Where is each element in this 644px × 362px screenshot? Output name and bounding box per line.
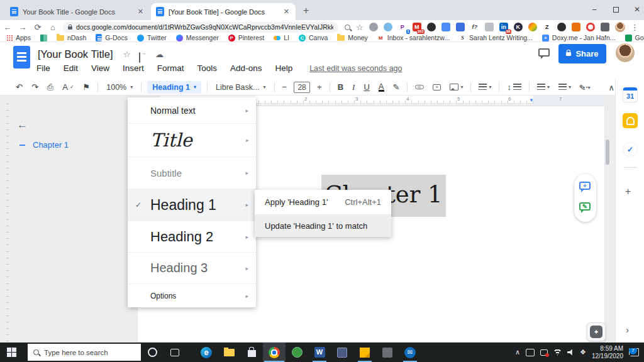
edge-button[interactable]: e	[195, 343, 218, 362]
increase-font-icon[interactable]: +	[317, 82, 322, 92]
insert-comment-icon[interactable]: +	[433, 84, 441, 90]
volume-icon[interactable]	[567, 349, 574, 356]
wifi-icon[interactable]	[553, 349, 562, 356]
forward-icon[interactable]: →	[15, 23, 30, 32]
paint-format-icon[interactable]: ⚑	[83, 82, 91, 92]
redo-icon[interactable]: ↷	[31, 82, 38, 92]
tray-expand-icon[interactable]: ∧	[515, 348, 520, 356]
last-edit-link[interactable]: Last edit was seconds ago	[309, 64, 402, 73]
grey-app-button[interactable]	[376, 343, 399, 362]
menu-addons[interactable]: Add-ons	[230, 63, 262, 73]
start-button[interactable]	[0, 343, 28, 362]
styles-select[interactable]: Heading 1▾	[147, 81, 201, 94]
bookmark-star-icon[interactable]: ☆	[356, 23, 364, 32]
action-center-icon[interactable]: 7	[629, 348, 639, 356]
bold-icon[interactable]: B	[338, 82, 343, 92]
menu-edit[interactable]: Edit	[64, 63, 78, 73]
keep-icon[interactable]	[623, 113, 638, 128]
cortana-button[interactable]	[141, 343, 164, 362]
tray-alert-icon[interactable]	[540, 349, 548, 356]
bookmark-doxy[interactable]: +Doxy.me - Jan Hafn...	[542, 34, 616, 41]
bookmark-ndash[interactable]: nDash	[57, 34, 86, 41]
move-folder-icon[interactable]	[139, 52, 140, 63]
tab-inactive[interactable]: Your Book Title - Google Docs ✕	[5, 3, 150, 20]
heart-extension-icon[interactable]	[528, 23, 537, 31]
outline-heading-link[interactable]: Chapter 1	[33, 140, 69, 150]
extensions-puzzle-icon[interactable]	[601, 23, 609, 31]
menu-view[interactable]: View	[91, 63, 109, 73]
pen-extension-icon[interactable]	[441, 23, 450, 31]
collapse-toolbar-icon[interactable]: ∧	[608, 83, 614, 92]
tab-close-icon[interactable]: ✕	[136, 8, 145, 16]
add-addon-icon[interactable]: +	[625, 186, 631, 197]
underline-icon[interactable]: U	[364, 82, 369, 92]
task-view-button[interactable]	[164, 343, 186, 362]
chrome-button[interactable]	[263, 343, 286, 362]
sticky-notes-button[interactable]	[353, 343, 376, 362]
document-title[interactable]: [Your Book Title]	[38, 48, 113, 60]
bookmark-inbox[interactable]: MInbox - sarahlentzw...	[377, 34, 450, 41]
text-color-icon[interactable]: A	[379, 83, 384, 92]
browser-menu-icon[interactable]: ⋮	[631, 23, 639, 32]
linkedin-extension-icon[interactable]: in86	[499, 23, 508, 31]
menu-item-title[interactable]: Title ▸	[128, 124, 256, 157]
store-button[interactable]	[240, 343, 263, 362]
home-icon[interactable]: ⌂	[45, 23, 60, 32]
reload-icon[interactable]: ⟳	[30, 23, 45, 32]
menu-item-normal-text[interactable]: Normal text ▸	[128, 97, 256, 124]
share-button[interactable]: Share	[558, 44, 606, 63]
undo-icon[interactable]: ↶	[16, 82, 23, 92]
grid-extension-icon[interactable]	[456, 23, 465, 31]
insert-link-icon[interactable]	[415, 85, 424, 89]
mail-button[interactable]: ✉	[399, 343, 421, 362]
menu-help[interactable]: Help	[275, 63, 292, 73]
bookmark-apps[interactable]: Apps	[6, 34, 31, 41]
decrease-font-icon[interactable]: −	[282, 82, 287, 92]
dark-extension-icon-2[interactable]	[557, 23, 566, 31]
spellcheck-icon[interactable]: A✓	[62, 82, 74, 92]
print-icon[interactable]: ⎙	[47, 82, 53, 92]
indent-marker-icon[interactable]: ▼	[529, 97, 534, 103]
bookmark-pinterest[interactable]: PPinterest	[228, 34, 264, 41]
scrollbar-thumb[interactable]	[606, 140, 609, 165]
cloud-status-icon[interactable]: ☁	[155, 50, 164, 59]
function-extension-icon[interactable]: f?	[470, 23, 479, 31]
gmail-extension-icon[interactable]: M353	[413, 23, 421, 31]
editing-mode-icon[interactable]: ✎▾	[579, 83, 591, 92]
menu-tools[interactable]: Tools	[197, 63, 218, 73]
menu-item-heading-2[interactable]: Heading 2 ▸	[128, 221, 256, 253]
tasks-icon[interactable]	[623, 142, 638, 157]
photos-app-button[interactable]	[331, 343, 353, 362]
opera-extension-icon[interactable]	[586, 23, 595, 31]
bookmark-canva[interactable]: CCanva	[299, 34, 328, 41]
zoom-select[interactable]: 100%▾	[101, 81, 138, 94]
back-icon[interactable]: ←	[0, 23, 15, 32]
taskbar-search-input[interactable]: Type here to search	[28, 344, 141, 361]
green-app-button[interactable]	[286, 343, 308, 362]
apply-heading-1-item[interactable]: Apply 'Heading 1' Ctrl+Alt+1	[255, 190, 391, 214]
suggest-edits-icon[interactable]: ✎	[579, 202, 591, 211]
taskbar-clock[interactable]: 8:59 AM 12/19/2020	[592, 345, 623, 360]
bookmark-teal[interactable]	[40, 35, 47, 41]
url-input[interactable]: docs.google.com/document/d/1tRWrbZGwGs9q…	[63, 22, 338, 33]
tray-app-icon[interactable]	[526, 349, 535, 356]
file-explorer-button[interactable]	[218, 343, 240, 362]
align-icon[interactable]: ▾	[479, 84, 491, 90]
star-icon[interactable]: ☆	[123, 50, 131, 59]
insert-image-icon[interactable]: ▾	[450, 84, 463, 90]
bookmark-money[interactable]: Money	[337, 34, 368, 41]
line-spacing-icon[interactable]: ↕	[507, 82, 521, 92]
italic-icon[interactable]: I	[352, 82, 355, 92]
account-avatar[interactable]	[616, 43, 635, 62]
menu-format[interactable]: Format	[157, 63, 184, 73]
bookmark-sarah[interactable]: SSarah Lentz Writing...	[459, 34, 533, 41]
show-side-panel-icon[interactable]: ›	[626, 324, 629, 335]
menu-item-heading-3[interactable]: Heading 3 ▸	[128, 253, 256, 284]
bookmark-li[interactable]: LI	[274, 34, 289, 41]
blue-extension-icon[interactable]	[384, 23, 392, 31]
calendar-icon[interactable]: 31	[623, 87, 638, 102]
orange-extension-icon[interactable]	[572, 23, 580, 31]
close-outline-icon[interactable]: ←	[17, 119, 28, 131]
update-heading-1-item[interactable]: Update 'Heading 1' to match	[255, 215, 391, 237]
window-minimize-button[interactable]: –	[584, 0, 605, 19]
